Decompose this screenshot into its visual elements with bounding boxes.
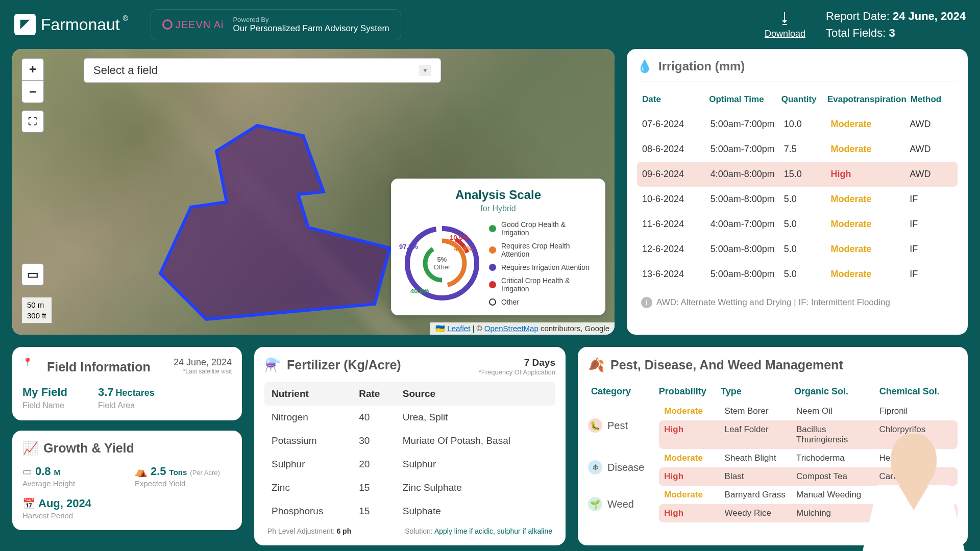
measure-button[interactable]: ▭ (21, 263, 44, 286)
jeevn-logo: JEEVN Ai (162, 19, 224, 31)
map-attribution: 🇺🇦 Leaflet | © OpenStreetMap contributor… (430, 322, 615, 335)
field-visit-date: 24 June, 2024 (174, 357, 232, 368)
fertilizer-row: Sulphur20Sulphur (264, 453, 555, 476)
osm-link[interactable]: OpenStreetMap (484, 324, 538, 333)
zoom-in-button[interactable]: + (21, 58, 44, 81)
legend-item: Requires Irrigation Attention (489, 263, 595, 271)
farmonaut-icon (14, 14, 36, 35)
fertilizer-row: Potassium30Muriate Of Potash, Basal (264, 429, 555, 453)
irrigation-table: DateOptimal TimeQuantityEvapotranspirati… (637, 87, 958, 287)
irrigation-row: 13-6-20245:00am-8:00pm5.0ModerateIF (637, 262, 958, 287)
analysis-title: Analysis Scale (401, 188, 595, 202)
brand-logo: Farmonaut® (14, 14, 120, 35)
zoom-out-button[interactable]: − (21, 81, 44, 103)
analysis-scale-panel: Analysis Scale for Hybrid 5%Other 97.2% … (391, 179, 605, 315)
leaf-icon: 🍂 (588, 357, 604, 373)
growth-item: ▭0.8MAverage Height (22, 465, 119, 488)
fertilizer-card: ⚗️ Fertilizer (Kg/Acre) 7 Days *Frequenc… (254, 347, 566, 545)
growth-icon: 📈 (22, 441, 38, 456)
pest-row: ModerateStem BorerNeem OilFipronil (659, 402, 958, 420)
fullscreen-button[interactable]: ⛶ (21, 110, 44, 133)
map-scale: 50 m300 ft (21, 297, 52, 323)
field-name-value: My Field (22, 386, 67, 399)
irrigation-row: 08-6-20245:00am-7:00pm7.5ModerateAWD (637, 137, 958, 162)
map-card[interactable]: + − ⛶ ▭ Select a field Analysis Scale fo… (12, 49, 615, 335)
growth-item: 📅Aug, 2024Harvest Period (22, 497, 119, 520)
irrigation-row: 12-6-20245:00am-8:00pm5.0ModerateIF (637, 237, 958, 262)
irrigation-card: 💧 Irrigation (mm) DateOptimal TimeQuanti… (627, 49, 968, 335)
leaflet-link[interactable]: Leaflet (447, 324, 470, 333)
brand-name: Farmonaut® (41, 15, 120, 34)
field-area-value: 3.7 (98, 386, 114, 398)
irrigation-icon: 💧 (637, 59, 652, 73)
flask-icon: ⚗️ (264, 357, 281, 373)
legend-item: Good Crop Health & Irrigation (489, 220, 595, 237)
jeevn-powered-label: Powered By (233, 16, 389, 23)
growth-yield-card: 📈 Growth & Yield ▭0.8MAverage Height⛺2.5… (12, 431, 242, 530)
fertilizer-row: Phosphorus15Sulphate (264, 499, 555, 523)
jeevn-description: Our Personalized Farm Advisory System (233, 23, 389, 34)
fertilizer-row: Zinc15Zinc Sulphate (264, 476, 555, 499)
report-info: Report Date: 24 June, 2024 Total Fields:… (826, 8, 966, 41)
fertilizer-row: Nitrogen40Urea, Split (264, 406, 555, 429)
analysis-donut-chart: 5%Other 97.2% 10.5% 45.8% 40.8% (401, 222, 483, 304)
header: Farmonaut® JEEVN Ai Powered By Our Perso… (0, 0, 980, 49)
growth-item: ⛺2.5Tons(Per Acre)Expected Yield (135, 465, 232, 488)
jeevn-badge: JEEVN Ai Powered By Our Personalized Far… (151, 9, 401, 40)
analysis-legend: Good Crop Health & IrrigationRequires Cr… (489, 220, 595, 306)
irrigation-row: 09-6-20244:00am-8:00pm15.0HighAWD (637, 162, 958, 187)
assistant-avatar (863, 418, 965, 551)
download-icon: ⭳ (778, 10, 792, 27)
field-select-dropdown[interactable]: Select a field (84, 58, 441, 83)
irrigation-title: Irrigation (mm) (658, 59, 745, 73)
irrigation-row: 07-6-20245:00am-7:00pm10.0ModerateAWD (637, 112, 958, 137)
field-info-card: 📍 Field Information 24 June, 2024 *Last … (12, 347, 242, 420)
map-zoom-controls: + − ⛶ (21, 58, 44, 133)
legend-item: Critical Crop Health & Irrigation (489, 277, 595, 293)
irrigation-row: 11-6-20244:00am-7:00pm5.0ModerateIF (637, 212, 958, 237)
field-boundary-polygon[interactable] (155, 120, 395, 324)
analysis-subtitle: for Hybrid (401, 204, 595, 213)
field-info-title: Field Information (47, 360, 151, 374)
legend-item: Other (489, 298, 595, 306)
location-icon: 📍 (22, 357, 42, 377)
legend-item: Requires Crop Health Attention (489, 242, 595, 258)
download-button[interactable]: ⭳ Download (765, 10, 805, 39)
info-icon: i (641, 297, 652, 308)
fertilizer-footer: Ph Level Adjustment: 6 ph Solution: Appl… (264, 527, 555, 535)
irrigation-note: i AWD: Alternate Wetting and Drying | IF… (637, 293, 958, 312)
fertilizer-frequency: 7 Days (479, 357, 555, 368)
irrigation-row: 10-6-20245:00am-8:00pm5.0ModerateIF (637, 187, 958, 212)
